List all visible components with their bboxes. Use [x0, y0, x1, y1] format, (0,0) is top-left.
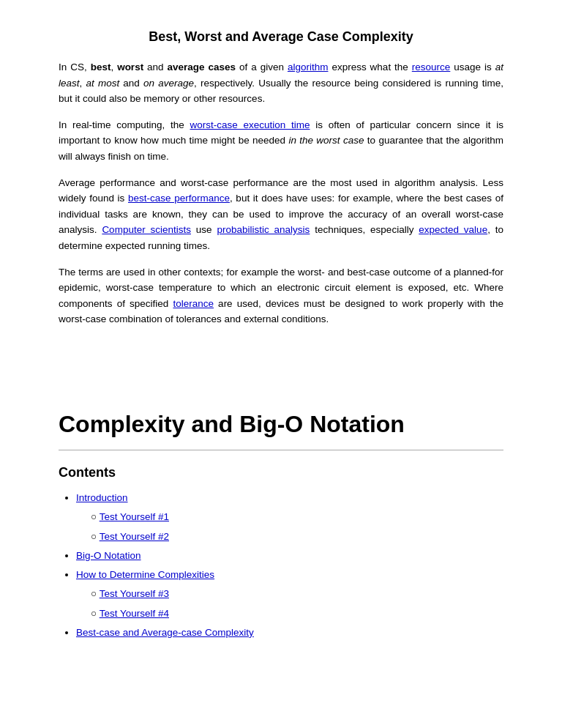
link-test4[interactable]: Test Yourself #4 [100, 608, 169, 619]
list-item-test2: Test Yourself #2 [91, 528, 503, 546]
link-computer-scientists[interactable]: Computer scientists [102, 224, 191, 235]
list-item-bestcase: Best-case and Average-case Complexity [76, 624, 503, 642]
link-tolerance[interactable]: tolerance [173, 298, 214, 309]
section-complexity-bigo: Complexity and Big-O Notation Contents I… [59, 411, 503, 642]
paragraph-4: The terms are used in other contexts; fo… [59, 264, 503, 327]
link-test3[interactable]: Test Yourself #3 [100, 588, 169, 599]
section-best-worst-average: Best, Worst and Average Case Complexity … [59, 29, 503, 352]
contents-heading: Contents [59, 465, 503, 480]
sub-list-determine: Test Yourself #3 Test Yourself #4 [76, 585, 503, 623]
page-container: Best, Worst and Average Case Complexity … [0, 0, 562, 672]
bold-average-cases: average cases [168, 62, 236, 73]
sub-list-introduction: Test Yourself #1 Test Yourself #2 [76, 508, 503, 546]
section1-title: Best, Worst and Average Case Complexity [59, 29, 503, 45]
link-expected-value[interactable]: expected value [419, 224, 487, 235]
link-bigo[interactable]: Big-O Notation [76, 550, 141, 561]
link-resource[interactable]: resource [412, 62, 451, 73]
link-probabilistic-analysis[interactable]: probabilistic analysis [217, 224, 310, 235]
section2-title: Complexity and Big-O Notation [59, 411, 503, 438]
paragraph-1: In CS, best, worst and average cases of … [59, 59, 503, 107]
link-bestcase[interactable]: Best-case and Average-case Complexity [76, 627, 254, 638]
list-item-determine: How to Determine Complexities Test Yours… [76, 566, 503, 623]
section-divider [59, 450, 503, 450]
list-item-bigo: Big-O Notation [76, 547, 503, 565]
paragraph-3: Average performance and worst-case perfo… [59, 175, 503, 254]
bold-worst: worst [117, 62, 143, 73]
link-test1[interactable]: Test Yourself #1 [100, 511, 169, 522]
link-best-case-performance[interactable]: best-case performance [128, 193, 230, 204]
paragraph-2: In real-time computing, the worst-case e… [59, 117, 503, 165]
link-introduction[interactable]: Introduction [76, 492, 128, 503]
italic-in-the-worst-case: in the worst case [288, 135, 364, 146]
list-item-test1: Test Yourself #1 [91, 508, 503, 526]
contents-list: Introduction Test Yourself #1 Test Yours… [59, 489, 503, 642]
list-item-test3: Test Yourself #3 [91, 585, 503, 603]
italic-on-average: on average [143, 78, 194, 89]
link-determine[interactable]: How to Determine Complexities [76, 569, 214, 580]
link-algorithm[interactable]: algorithm [288, 62, 329, 73]
link-test2[interactable]: Test Yourself #2 [100, 531, 169, 542]
link-worst-case-execution-time[interactable]: worst-case execution time [190, 119, 310, 130]
list-item-test4: Test Yourself #4 [91, 605, 503, 623]
bold-best: best [91, 62, 111, 73]
italic-at-most: at most [86, 78, 119, 89]
list-item-introduction: Introduction Test Yourself #1 Test Yours… [76, 489, 503, 546]
